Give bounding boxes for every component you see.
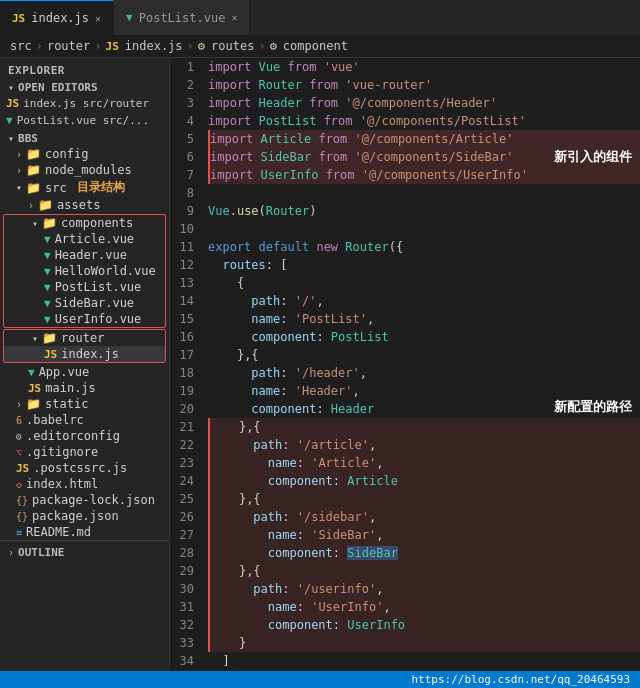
code-area[interactable]: 12345 678910 1112131415 1617181920 21222…	[170, 58, 640, 671]
code-line-10	[208, 220, 640, 238]
router-group: ▾ 📁 router JS index.js	[3, 329, 166, 363]
readme-label: README.md	[26, 525, 91, 539]
sidebar-item-index-html[interactable]: ◇ index.html	[0, 476, 169, 492]
code-line-3: import Header from '@/components/Header'	[208, 94, 640, 112]
sidebar-item-router-indexjs[interactable]: JS index.js	[4, 346, 165, 362]
vue-icon-app: ▼	[28, 366, 35, 379]
sidebar-item-node-modules[interactable]: › 📁 node_modules	[0, 162, 169, 178]
header-vue-label: Header.vue	[55, 248, 127, 262]
config-label: config	[45, 147, 88, 161]
code-line-7: import UserInfo from '@/components/UserI…	[208, 166, 640, 184]
sidebar-item-gitignore[interactable]: ⌥ .gitignore	[0, 444, 169, 460]
js-icon: JS	[12, 12, 25, 25]
json-icon-pkg: {}	[16, 511, 28, 522]
breadcrumb-routes[interactable]: routes	[211, 39, 254, 53]
code-line-25: },{	[208, 490, 640, 508]
folder-icon-src: 📁	[26, 181, 41, 195]
sidebar-item-package-lock[interactable]: {} package-lock.json	[0, 492, 169, 508]
sidebar-item-app-vue[interactable]: ▼ App.vue	[0, 364, 169, 380]
vue-file-icon: ▼	[6, 114, 13, 127]
open-editors-chevron: ▾	[8, 82, 14, 93]
vue-icon-article: ▼	[44, 233, 51, 246]
sidebar-item-main-js[interactable]: JS main.js	[0, 380, 169, 396]
tab-index-js[interactable]: JS index.js ✕	[0, 0, 114, 35]
open-editor-indexjs-label: index.js src/router	[23, 97, 149, 110]
breadcrumb-component[interactable]: component	[283, 39, 348, 53]
code-line-21: },{	[208, 418, 640, 436]
vue-icon-postlist: ▼	[44, 281, 51, 294]
dir-structure-label: 目录结构	[77, 179, 125, 196]
sidebar-item-sidebar-vue[interactable]: ▼ SideBar.vue	[4, 295, 165, 311]
code-line-11: export default new Router({	[208, 238, 640, 256]
js-icon-postcss: JS	[16, 462, 29, 475]
config-chevron: ›	[16, 149, 22, 160]
sidebar-item-config[interactable]: › 📁 config	[0, 146, 169, 162]
sidebar-item-readme[interactable]: ≡ README.md	[0, 524, 169, 540]
app-vue-label: App.vue	[39, 365, 90, 379]
sidebar-item-article-vue[interactable]: ▼ Article.vue	[4, 231, 165, 247]
sidebar-item-helloworld-vue[interactable]: ▼ HelloWorld.vue	[4, 263, 165, 279]
code-line-18: path: '/header',	[208, 364, 640, 382]
sidebar-item-router[interactable]: ▾ 📁 router	[4, 330, 165, 346]
breadcrumb-indexjs[interactable]: index.js	[125, 39, 183, 53]
sidebar-item-postcssrc[interactable]: JS .postcssrc.js	[0, 460, 169, 476]
open-editor-indexjs[interactable]: JS index.js src/router	[0, 95, 169, 112]
code-line-33: }	[208, 634, 640, 652]
js-icon-main: JS	[28, 382, 41, 395]
tab-close-postlist-vue[interactable]: ✕	[231, 12, 237, 23]
outline-title: OUTLINE	[18, 546, 64, 559]
sidebar-item-header-vue[interactable]: ▼ Header.vue	[4, 247, 165, 263]
editorconfig-icon: ⚙	[16, 431, 22, 442]
breadcrumb-func-icon: ⚙	[198, 39, 205, 53]
index-html-label: index.html	[26, 477, 98, 491]
code-line-29: },{	[208, 562, 640, 580]
bbs-chevron: ▾	[8, 133, 14, 144]
tab-postlist-vue[interactable]: ▼ PostList.vue ✕	[114, 0, 250, 35]
folder-icon-config: 📁	[26, 147, 41, 161]
sidebar-item-package-json[interactable]: {} package.json	[0, 508, 169, 524]
components-group: ▾ 📁 components ▼ Article.vue ▼ Header.vu…	[3, 214, 166, 328]
outline-section: › OUTLINE	[0, 540, 169, 564]
breadcrumb-js-icon: JS	[106, 40, 119, 53]
sidebar-item-static[interactable]: › 📁 static	[0, 396, 169, 412]
tab-close-index-js[interactable]: ✕	[95, 13, 101, 24]
static-label: static	[45, 397, 88, 411]
folder-icon-router: 📁	[42, 331, 57, 345]
open-editor-postlist[interactable]: ▼ PostList.vue src/...	[0, 112, 169, 129]
sidebar-item-postlist-vue[interactable]: ▼ PostList.vue	[4, 279, 165, 295]
sidebar-item-components[interactable]: ▾ 📁 components	[4, 215, 165, 231]
sidebar-item-src[interactable]: ▾ 📁 src 目录结构	[0, 178, 169, 197]
js-file-icon: JS	[6, 97, 19, 110]
outline-title-item[interactable]: › OUTLINE	[0, 545, 169, 560]
breadcrumb-src[interactable]: src	[10, 39, 32, 53]
sidebar-item-assets[interactable]: › 📁 assets	[0, 197, 169, 213]
main-layout: EXPLORER ▾ OPEN EDITORS JS index.js src/…	[0, 58, 640, 671]
js-icon-router-index: JS	[44, 348, 57, 361]
tab-label-index-js: index.js	[31, 11, 89, 25]
sidebar-item-babelrc[interactable]: 6 .babelrc	[0, 412, 169, 428]
code-line-9: Vue.use(Router)	[208, 202, 640, 220]
router-indexjs-label: index.js	[61, 347, 119, 361]
line-numbers: 12345 678910 1112131415 1617181920 21222…	[170, 58, 202, 671]
package-lock-label: package-lock.json	[32, 493, 155, 507]
bbs-section[interactable]: ▾ BBS	[0, 131, 169, 146]
sidebar-item-editorconfig[interactable]: ⚙ .editorconfig	[0, 428, 169, 444]
breadcrumb-router[interactable]: router	[47, 39, 90, 53]
code-line-2: import Router from 'vue-router'	[208, 76, 640, 94]
code-line-17: },{	[208, 346, 640, 364]
code-line-14: path: '/',	[208, 292, 640, 310]
node-modules-label: node_modules	[45, 163, 132, 177]
folder-icon-node-modules: 📁	[26, 163, 41, 177]
open-editors-section[interactable]: ▾ OPEN EDITORS	[0, 80, 169, 95]
sidebar-item-userinfo-vue[interactable]: ▼ UserInfo.vue	[4, 311, 165, 327]
userinfo-vue-label: UserInfo.vue	[55, 312, 142, 326]
code-line-23: name: 'Article',	[208, 454, 640, 472]
code-line-12: routes: [	[208, 256, 640, 274]
postcssrc-label: .postcssrc.js	[33, 461, 127, 475]
outline-chevron: ›	[8, 547, 14, 558]
article-vue-label: Article.vue	[55, 232, 134, 246]
code-line-8	[208, 184, 640, 202]
tab-label-postlist-vue: PostList.vue	[139, 11, 226, 25]
router-label: router	[61, 331, 104, 345]
json-icon-lock: {}	[16, 495, 28, 506]
